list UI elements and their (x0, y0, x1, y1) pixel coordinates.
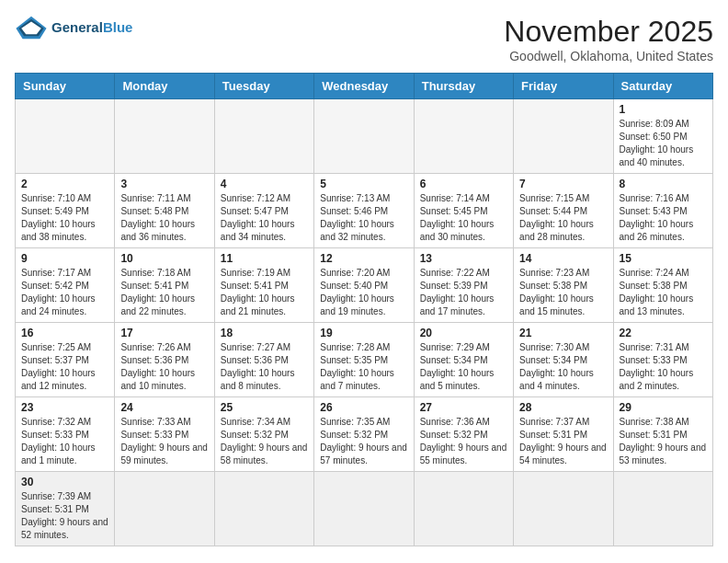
calendar-day-cell: 24Sunrise: 7:33 AM Sunset: 5:33 PM Dayli… (115, 397, 214, 472)
day-info: Sunrise: 7:29 AM Sunset: 5:34 PM Dayligh… (420, 341, 507, 393)
day-number: 13 (420, 252, 507, 265)
day-info: Sunrise: 7:31 AM Sunset: 5:33 PM Dayligh… (620, 341, 707, 393)
day-info: Sunrise: 7:18 AM Sunset: 5:41 PM Dayligh… (120, 267, 208, 318)
day-number: 15 (620, 252, 707, 265)
day-info: Sunrise: 7:26 AM Sunset: 5:36 PM Dayligh… (120, 341, 208, 393)
day-number: 3 (120, 178, 208, 190)
day-number: 27 (420, 401, 507, 414)
day-number: 29 (620, 401, 707, 414)
calendar-day-cell (214, 99, 313, 174)
calendar-day-cell: 3Sunrise: 7:11 AM Sunset: 5:48 PM Daylig… (115, 174, 214, 248)
day-info: Sunrise: 7:16 AM Sunset: 5:43 PM Dayligh… (620, 192, 707, 244)
day-number: 22 (620, 327, 707, 339)
day-number: 20 (420, 327, 507, 339)
day-info: Sunrise: 7:24 AM Sunset: 5:38 PM Dayligh… (620, 267, 707, 318)
day-number: 4 (221, 178, 308, 190)
day-info: Sunrise: 7:12 AM Sunset: 5:47 PM Dayligh… (221, 192, 308, 244)
calendar-day-cell: 5Sunrise: 7:13 AM Sunset: 5:46 PM Daylig… (314, 174, 414, 248)
calendar-day-cell (514, 472, 613, 546)
day-info: Sunrise: 7:11 AM Sunset: 5:48 PM Dayligh… (120, 192, 208, 244)
calendar-day-cell: 2Sunrise: 7:10 AM Sunset: 5:49 PM Daylig… (16, 174, 115, 248)
day-info: Sunrise: 7:25 AM Sunset: 5:37 PM Dayligh… (21, 341, 108, 393)
month-title: November 2025 (504, 15, 713, 49)
day-info: Sunrise: 7:34 AM Sunset: 5:32 PM Dayligh… (221, 416, 308, 467)
calendar-day-cell: 30Sunrise: 7:39 AM Sunset: 5:31 PM Dayli… (16, 472, 115, 546)
calendar-day-cell (214, 472, 313, 546)
day-info: Sunrise: 7:28 AM Sunset: 5:35 PM Dayligh… (320, 341, 407, 393)
calendar-day-cell: 22Sunrise: 7:31 AM Sunset: 5:33 PM Dayli… (613, 323, 712, 397)
day-number: 2 (21, 178, 108, 190)
day-number: 16 (21, 327, 108, 339)
day-info: Sunrise: 7:38 AM Sunset: 5:31 PM Dayligh… (620, 416, 707, 467)
calendar-day-cell: 19Sunrise: 7:28 AM Sunset: 5:35 PM Dayli… (314, 323, 414, 397)
day-number: 8 (620, 178, 707, 190)
calendar-day-cell (414, 472, 513, 546)
day-number: 19 (320, 327, 407, 339)
calendar-day-cell: 16Sunrise: 7:25 AM Sunset: 5:37 PM Dayli… (16, 323, 115, 397)
day-number: 7 (519, 178, 607, 190)
day-number: 1 (620, 103, 707, 116)
day-info: Sunrise: 7:37 AM Sunset: 5:31 PM Dayligh… (519, 416, 607, 467)
calendar-day-cell (314, 472, 414, 546)
calendar-day-cell: 11Sunrise: 7:19 AM Sunset: 5:41 PM Dayli… (214, 248, 313, 323)
day-info: Sunrise: 7:35 AM Sunset: 5:32 PM Dayligh… (320, 416, 407, 467)
day-info: Sunrise: 7:20 AM Sunset: 5:40 PM Dayligh… (320, 267, 407, 318)
day-number: 23 (21, 401, 108, 414)
day-info: Sunrise: 7:33 AM Sunset: 5:33 PM Dayligh… (120, 416, 208, 467)
day-number: 12 (320, 252, 407, 265)
day-info: Sunrise: 7:39 AM Sunset: 5:31 PM Dayligh… (21, 490, 108, 542)
calendar-day-cell: 13Sunrise: 7:22 AM Sunset: 5:39 PM Dayli… (414, 248, 513, 323)
calendar-title-block: November 2025 Goodwell, Oklahoma, United… (504, 15, 713, 63)
calendar-day-cell (613, 472, 712, 546)
calendar-day-cell: 1Sunrise: 8:09 AM Sunset: 6:50 PM Daylig… (613, 99, 712, 174)
weekday-header-row: SundayMondayTuesdayWednesdayThursdayFrid… (16, 74, 713, 99)
day-info: Sunrise: 7:23 AM Sunset: 5:38 PM Dayligh… (519, 267, 607, 318)
weekday-header-friday: Friday (514, 74, 613, 99)
weekday-header-sunday: Sunday (16, 74, 115, 99)
calendar-week-row: 1Sunrise: 8:09 AM Sunset: 6:50 PM Daylig… (16, 99, 713, 174)
location-subtitle: Goodwell, Oklahoma, United States (504, 49, 713, 63)
day-number: 11 (221, 252, 308, 265)
day-number: 24 (120, 401, 208, 414)
day-number: 25 (221, 401, 308, 414)
calendar-day-cell (16, 99, 115, 174)
calendar-day-cell: 14Sunrise: 7:23 AM Sunset: 5:38 PM Dayli… (514, 248, 613, 323)
day-info: Sunrise: 7:19 AM Sunset: 5:41 PM Dayligh… (221, 267, 308, 318)
day-info: Sunrise: 7:14 AM Sunset: 5:45 PM Dayligh… (420, 192, 507, 244)
weekday-header-tuesday: Tuesday (214, 74, 313, 99)
weekday-header-thursday: Thursday (414, 74, 513, 99)
calendar-day-cell: 27Sunrise: 7:36 AM Sunset: 5:32 PM Dayli… (414, 397, 513, 472)
day-info: Sunrise: 7:15 AM Sunset: 5:44 PM Dayligh… (519, 192, 607, 244)
calendar-day-cell: 25Sunrise: 7:34 AM Sunset: 5:32 PM Dayli… (214, 397, 313, 472)
day-number: 14 (519, 252, 607, 265)
day-number: 18 (221, 327, 308, 339)
day-number: 6 (420, 178, 507, 190)
day-number: 21 (519, 327, 607, 339)
calendar-day-cell: 6Sunrise: 7:14 AM Sunset: 5:45 PM Daylig… (414, 174, 513, 248)
calendar-day-cell: 10Sunrise: 7:18 AM Sunset: 5:41 PM Dayli… (115, 248, 214, 323)
calendar-day-cell: 28Sunrise: 7:37 AM Sunset: 5:31 PM Dayli… (514, 397, 613, 472)
calendar-day-cell (314, 99, 414, 174)
day-info: Sunrise: 7:17 AM Sunset: 5:42 PM Dayligh… (21, 267, 108, 318)
calendar-day-cell: 20Sunrise: 7:29 AM Sunset: 5:34 PM Dayli… (414, 323, 513, 397)
day-number: 30 (21, 476, 108, 488)
day-number: 9 (21, 252, 108, 265)
day-info: Sunrise: 8:09 AM Sunset: 6:50 PM Dayligh… (620, 118, 707, 169)
weekday-header-wednesday: Wednesday (314, 74, 414, 99)
calendar-day-cell (514, 99, 613, 174)
calendar-day-cell: 12Sunrise: 7:20 AM Sunset: 5:40 PM Dayli… (314, 248, 414, 323)
day-info: Sunrise: 7:10 AM Sunset: 5:49 PM Dayligh… (21, 192, 108, 244)
calendar-day-cell: 17Sunrise: 7:26 AM Sunset: 5:36 PM Dayli… (115, 323, 214, 397)
calendar-day-cell: 9Sunrise: 7:17 AM Sunset: 5:42 PM Daylig… (16, 248, 115, 323)
calendar-day-cell: 18Sunrise: 7:27 AM Sunset: 5:36 PM Dayli… (214, 323, 313, 397)
calendar-day-cell (414, 99, 513, 174)
day-number: 5 (320, 178, 407, 190)
weekday-header-monday: Monday (115, 74, 214, 99)
calendar-day-cell: 29Sunrise: 7:38 AM Sunset: 5:31 PM Dayli… (613, 397, 712, 472)
calendar-week-row: 16Sunrise: 7:25 AM Sunset: 5:37 PM Dayli… (16, 323, 713, 397)
day-info: Sunrise: 7:13 AM Sunset: 5:46 PM Dayligh… (320, 192, 407, 244)
calendar-week-row: 30Sunrise: 7:39 AM Sunset: 5:31 PM Dayli… (16, 472, 713, 546)
day-info: Sunrise: 7:22 AM Sunset: 5:39 PM Dayligh… (420, 267, 507, 318)
generalblue-logo-icon (15, 15, 48, 40)
calendar-day-cell: 21Sunrise: 7:30 AM Sunset: 5:34 PM Dayli… (514, 323, 613, 397)
